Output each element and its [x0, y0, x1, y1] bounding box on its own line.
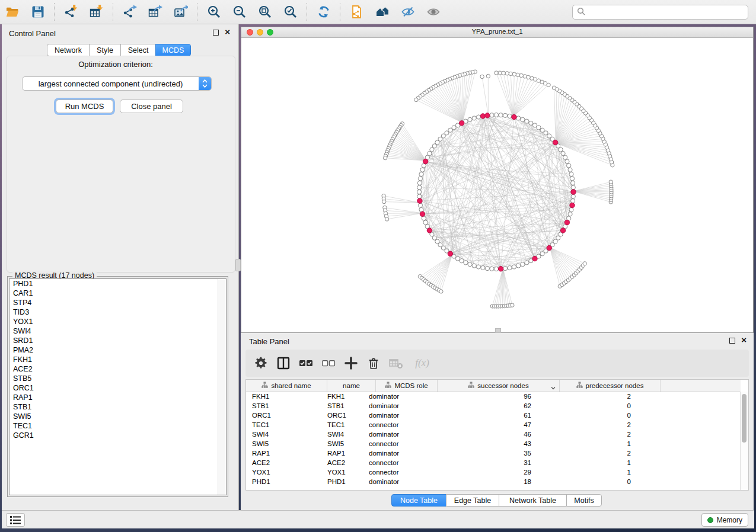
memory-button[interactable]: Memory [701, 513, 748, 527]
network-node[interactable] [460, 259, 464, 263]
network-from-file-icon[interactable] [349, 4, 365, 20]
network-node[interactable] [571, 198, 575, 203]
network-node[interactable] [503, 113, 507, 117]
network-node[interactable] [503, 267, 507, 271]
tab-network-table[interactable]: Network Table [499, 494, 567, 507]
network-node[interactable] [563, 155, 567, 159]
network-leaf-node[interactable] [498, 71, 502, 75]
network-leaf-node[interactable] [609, 180, 613, 184]
network-hub-node[interactable] [564, 220, 569, 225]
network-node[interactable] [525, 261, 529, 265]
network-node[interactable] [567, 164, 571, 168]
close-table-panel-icon[interactable]: × [741, 335, 747, 345]
tab-node-table[interactable]: Node Table [391, 494, 446, 507]
network-node[interactable] [565, 159, 569, 164]
network-node[interactable] [432, 144, 436, 148]
float-panel-icon[interactable] [213, 30, 219, 36]
mcds-result-node[interactable]: SRD1 [9, 336, 226, 345]
mcds-result-node[interactable]: SWI5 [9, 412, 226, 421]
network-node[interactable] [521, 262, 525, 267]
tab-motifs[interactable]: Motifs [566, 494, 602, 507]
network-node[interactable] [468, 262, 472, 267]
search-box[interactable] [572, 5, 748, 20]
network-hub-node[interactable] [459, 121, 464, 126]
tab-style[interactable]: Style [89, 44, 121, 56]
mcds-result-node[interactable]: PMA2 [9, 345, 226, 355]
network-leaf-node[interactable] [486, 74, 490, 78]
network-node[interactable] [476, 265, 480, 269]
network-leaf-node[interactable] [480, 75, 484, 78]
mcds-result-node[interactable]: YOX1 [9, 317, 226, 326]
run-mcds-button[interactable]: Run MCDS [56, 100, 113, 113]
close-panel-icon[interactable]: × [225, 27, 230, 37]
network-hub-node[interactable] [423, 159, 428, 164]
table-row[interactable]: STB1STB1dominator620 [246, 401, 741, 411]
network-node[interactable] [559, 148, 563, 152]
network-hub-node[interactable] [427, 228, 432, 233]
table-row[interactable]: SWI5SWI5connector431 [246, 439, 741, 448]
network-hub-node[interactable] [448, 251, 452, 256]
table-row[interactable]: TEC1TEC1connector472 [246, 420, 741, 430]
network-hub-node[interactable] [553, 140, 557, 145]
column-layout-icon[interactable] [276, 356, 291, 370]
export-table-icon[interactable] [148, 4, 163, 20]
mcds-result-node[interactable]: GCR1 [9, 431, 226, 440]
mcds-result-node[interactable]: CAR1 [9, 289, 226, 298]
network-node[interactable] [428, 151, 432, 155]
network-node[interactable] [540, 128, 544, 132]
mcds-result-list[interactable]: PHD1CAR1STP4TID3YOX1SWI4SRD1PMA2FKH1ACE2… [9, 278, 227, 495]
network-leaf-node[interactable] [382, 200, 386, 203]
mcds-result-node[interactable]: PHD1 [9, 279, 226, 289]
column-header-MCDS-role[interactable]: MCDS role [376, 380, 438, 392]
mcds-result-node[interactable]: STP4 [9, 298, 226, 307]
select-all-checks-icon[interactable] [299, 356, 313, 370]
deselect-all-checks-icon[interactable] [321, 356, 336, 370]
optimization-criterion-select[interactable]: largest connected component (undirected) [22, 76, 212, 91]
float-table-panel-icon[interactable] [729, 338, 735, 344]
search-input[interactable] [588, 8, 748, 17]
network-node[interactable] [481, 265, 485, 270]
network-hub-node[interactable] [547, 245, 551, 250]
mcds-result-node[interactable]: ACE2 [9, 364, 226, 374]
network-node[interactable] [521, 117, 525, 121]
network-hub-node[interactable] [532, 256, 537, 261]
column-header-shared-name[interactable]: shared name [246, 380, 327, 392]
network-node[interactable] [494, 113, 498, 117]
mcds-result-node[interactable]: STB1 [9, 402, 226, 412]
mcds-result-node[interactable]: RAP1 [9, 393, 226, 402]
network-node[interactable] [419, 207, 423, 211]
network-leaf-node[interactable] [385, 217, 388, 221]
network-node[interactable] [512, 265, 516, 269]
network-node[interactable] [571, 185, 575, 190]
network-node[interactable] [569, 207, 573, 211]
show-panels-list-button[interactable] [6, 513, 25, 527]
network-node[interactable] [529, 121, 533, 125]
network-window-titlebar[interactable]: YPA_prune.txt_1 [241, 27, 753, 38]
network-leaf-node[interactable] [552, 86, 556, 89]
network-node[interactable] [570, 177, 574, 181]
network-node[interactable] [499, 113, 503, 117]
network-node[interactable] [417, 194, 422, 198]
network-node[interactable] [508, 265, 512, 270]
show-graphics-details-icon[interactable] [426, 4, 441, 20]
mcds-result-node[interactable]: ORC1 [9, 383, 226, 393]
close-panel-button[interactable]: Close panel [120, 100, 183, 113]
import-network-icon[interactable] [63, 4, 79, 20]
network-leaf-node[interactable] [527, 75, 530, 79]
table-scrollbar-thumb[interactable] [742, 394, 747, 443]
network-leaf-node[interactable] [439, 290, 443, 293]
network-leaf-node[interactable] [519, 73, 523, 77]
network-node[interactable] [490, 113, 494, 117]
network-node[interactable] [419, 172, 423, 176]
tab-select[interactable]: Select [120, 44, 156, 56]
network-node[interactable] [430, 148, 434, 152]
network-leaf-node[interactable] [511, 303, 514, 307]
network-hub-node[interactable] [485, 113, 490, 118]
table-row[interactable]: ORC1ORC1dominator610 [246, 411, 741, 420]
add-column-icon[interactable] [344, 356, 358, 370]
network-leaf-node[interactable] [502, 71, 505, 75]
network-canvas[interactable] [241, 37, 753, 332]
zoom-in-icon[interactable] [206, 4, 222, 20]
network-hub-node[interactable] [560, 228, 565, 233]
network-node[interactable] [472, 116, 476, 120]
